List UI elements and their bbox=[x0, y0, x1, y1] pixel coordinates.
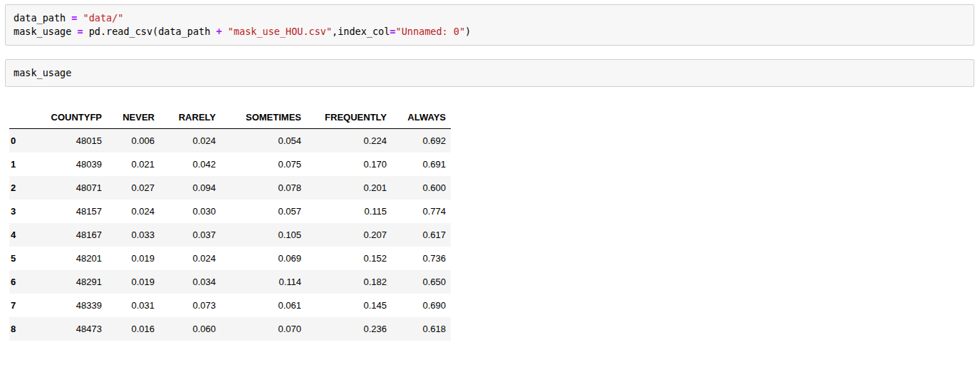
table-cell: 0.073 bbox=[155, 294, 216, 317]
table-cell: 0.075 bbox=[216, 153, 301, 176]
table-cell: 0.034 bbox=[155, 270, 216, 294]
table-cell: 0.690 bbox=[387, 294, 451, 317]
code-token-plain: data_path bbox=[14, 12, 71, 24]
table-cell: 0.152 bbox=[301, 247, 387, 270]
row-index: 0 bbox=[9, 129, 28, 153]
table-cell: 0.145 bbox=[301, 294, 387, 317]
table-cell: 0.027 bbox=[102, 176, 155, 200]
table-cell: 0.236 bbox=[301, 317, 387, 341]
table-cell: 0.201 bbox=[301, 176, 387, 200]
table-cell: 0.094 bbox=[155, 176, 216, 200]
table-cell: 0.114 bbox=[216, 270, 301, 294]
table-cell: 0.006 bbox=[102, 129, 155, 153]
code-token-plain: mask_usage bbox=[14, 26, 77, 37]
table-cell: 0.016 bbox=[102, 317, 155, 341]
table-cell: 0.054 bbox=[216, 129, 301, 153]
table-cell: 0.030 bbox=[155, 200, 216, 223]
code-token-op: = bbox=[390, 26, 395, 37]
table-cell: 48473 bbox=[28, 317, 102, 341]
table-cell: 0.736 bbox=[387, 247, 451, 270]
table-cell: 0.031 bbox=[102, 294, 155, 317]
table-cell: 0.650 bbox=[387, 270, 451, 294]
column-header-rarely: RARELY bbox=[155, 109, 216, 129]
index-column-header bbox=[9, 109, 28, 129]
table-cell: 0.691 bbox=[387, 153, 451, 176]
code-line: mask_usage = pd.read_csv(data_path + "ma… bbox=[14, 25, 966, 38]
row-index: 7 bbox=[9, 294, 28, 317]
column-header-frequently: FREQUENTLY bbox=[301, 109, 387, 129]
table-cell: 0.115 bbox=[301, 200, 387, 223]
table-cell: 48201 bbox=[28, 247, 102, 270]
column-header-countyfp: COUNTYFP bbox=[28, 109, 102, 129]
row-index: 2 bbox=[9, 176, 28, 200]
table-cell: 0.037 bbox=[155, 223, 216, 247]
code-token-plain: mask_usage bbox=[14, 67, 71, 78]
table-row: 0480150.0060.0240.0540.2240.692 bbox=[9, 129, 451, 153]
table-cell: 48157 bbox=[28, 200, 102, 223]
code-token-plain: ,index_col bbox=[332, 26, 390, 37]
table-cell: 0.224 bbox=[301, 129, 387, 153]
code-token-str: "Unnamed: 0" bbox=[396, 26, 466, 37]
code-cell-input-2[interactable]: mask_usage bbox=[5, 59, 974, 87]
code-token-plain: pd.read_csv(data_path bbox=[83, 26, 217, 37]
row-index: 3 bbox=[9, 200, 28, 223]
row-index: 1 bbox=[9, 153, 28, 176]
table-row: 1480390.0210.0420.0750.1700.691 bbox=[9, 153, 451, 176]
table-cell: 0.069 bbox=[216, 247, 301, 270]
table-cell: 0.024 bbox=[102, 200, 155, 223]
table-cell: 0.600 bbox=[387, 176, 451, 200]
table-cell: 0.024 bbox=[155, 129, 216, 153]
table-cell: 48039 bbox=[28, 153, 102, 176]
code-token-str: "mask_use_HOU.csv" bbox=[228, 26, 332, 37]
table-cell: 0.617 bbox=[387, 223, 451, 247]
row-index: 4 bbox=[9, 223, 28, 247]
table-row: 5482010.0190.0240.0690.1520.736 bbox=[9, 247, 451, 270]
code-line: data_path = "data/" bbox=[14, 11, 966, 25]
code-line: mask_usage bbox=[14, 66, 966, 80]
table-row: 3481570.0240.0300.0570.1150.774 bbox=[9, 200, 451, 223]
table-cell: 0.021 bbox=[102, 153, 155, 176]
table-cell: 48015 bbox=[28, 129, 102, 153]
code-token-op: = bbox=[77, 26, 83, 37]
code-token-plain bbox=[77, 12, 83, 24]
table-row: 7483390.0310.0730.0610.1450.690 bbox=[9, 294, 451, 317]
column-header-sometimes: SOMETIMES bbox=[216, 109, 301, 129]
table-cell: 0.061 bbox=[216, 294, 301, 317]
table-cell: 0.774 bbox=[387, 200, 451, 223]
table-row: 6482910.0190.0340.1140.1820.650 bbox=[9, 270, 451, 294]
table-cell: 48071 bbox=[28, 176, 102, 200]
table-cell: 0.692 bbox=[387, 129, 451, 153]
header-row: COUNTYFPNEVERRARELYSOMETIMESFREQUENTLYAL… bbox=[9, 109, 451, 129]
table-cell: 0.105 bbox=[216, 223, 301, 247]
table-cell: 0.057 bbox=[216, 200, 301, 223]
dataframe-output-table: COUNTYFPNEVERRARELYSOMETIMESFREQUENTLYAL… bbox=[9, 109, 451, 341]
table-cell: 0.170 bbox=[301, 153, 387, 176]
table-cell: 0.060 bbox=[155, 317, 216, 341]
table-cell: 0.207 bbox=[301, 223, 387, 247]
table-row: 8484730.0160.0600.0700.2360.618 bbox=[9, 317, 451, 341]
row-index: 6 bbox=[9, 270, 28, 294]
dataframe-header: COUNTYFPNEVERRARELYSOMETIMESFREQUENTLYAL… bbox=[9, 109, 451, 129]
column-header-always: ALWAYS bbox=[387, 109, 451, 129]
table-row: 4481670.0330.0370.1050.2070.617 bbox=[9, 223, 451, 247]
row-index: 5 bbox=[9, 247, 28, 270]
table-cell: 0.033 bbox=[102, 223, 155, 247]
table-cell: 0.042 bbox=[155, 153, 216, 176]
table-cell: 0.019 bbox=[102, 270, 155, 294]
code-token-op: + bbox=[216, 26, 221, 37]
table-cell: 0.182 bbox=[301, 270, 387, 294]
code-token-plain bbox=[222, 26, 228, 37]
code-token-plain: ) bbox=[465, 26, 471, 37]
code-cell-input-1[interactable]: data_path = "data/"mask_usage = pd.read_… bbox=[5, 4, 974, 46]
dataframe-body: 0480150.0060.0240.0540.2240.6921480390.0… bbox=[9, 129, 451, 341]
code-token-str: "data/" bbox=[83, 12, 124, 24]
table-cell: 0.019 bbox=[102, 247, 155, 270]
row-index: 8 bbox=[9, 317, 28, 341]
table-cell: 48339 bbox=[28, 294, 102, 317]
table-cell: 0.618 bbox=[387, 317, 451, 341]
table-row: 2480710.0270.0940.0780.2010.600 bbox=[9, 176, 451, 200]
column-header-never: NEVER bbox=[102, 109, 155, 129]
table-cell: 0.078 bbox=[216, 176, 301, 200]
table-cell: 0.024 bbox=[155, 247, 216, 270]
table-cell: 0.070 bbox=[216, 317, 301, 341]
